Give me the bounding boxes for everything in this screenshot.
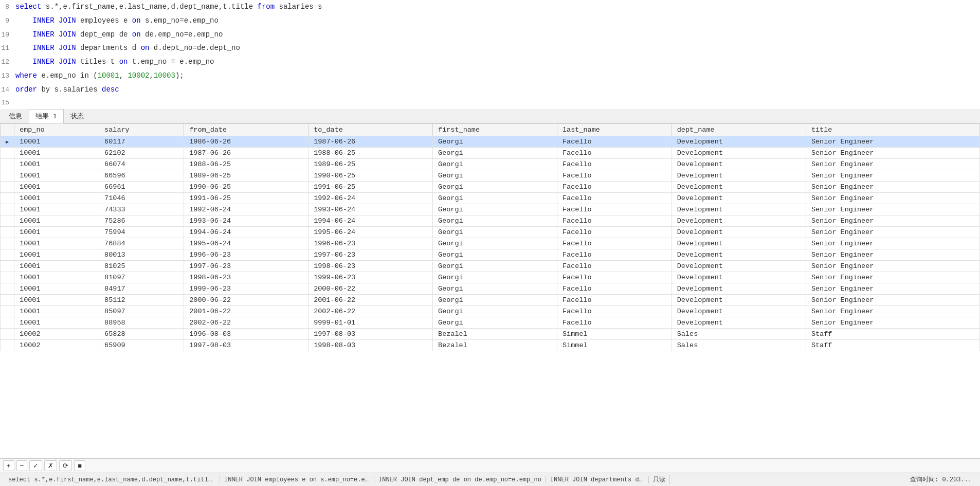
table-row[interactable]: 10001752861993-06-241994-06-24GeorgiFace… — [1, 215, 980, 227]
table-cell: Simmel — [557, 329, 672, 340]
row-indicator — [1, 340, 14, 351]
status-query-time: 查询时间: 0.203... — [906, 475, 976, 484]
code-token: by s.salaries — [37, 85, 102, 94]
table-cell: Bezalel — [433, 329, 557, 340]
tab-item[interactable]: 状态 — [64, 109, 90, 123]
code-token: 10001 — [98, 71, 119, 80]
table-cell: 10001 — [14, 283, 99, 295]
table-cell: Development — [672, 317, 806, 329]
table-cell: Georgi — [433, 148, 557, 159]
table-cell: Development — [672, 215, 806, 227]
check-button[interactable]: ✓ — [29, 460, 42, 471]
code-token: select — [15, 3, 41, 11]
table-row[interactable]: 10001768841995-06-241996-06-23GeorgiFace… — [1, 238, 980, 249]
table-row[interactable]: 10001810971998-06-231999-06-23GeorgiFace… — [1, 272, 980, 283]
cancel-button[interactable]: ✗ — [44, 460, 57, 471]
row-indicator — [1, 329, 14, 340]
results-area[interactable]: emp_nosalaryfrom_dateto_datefirst_namela… — [0, 123, 980, 458]
table-row[interactable]: 10001850972001-06-222002-06-22GeorgiFace… — [1, 306, 980, 317]
table-body: ▶10001601171986-06-261987-06-26GeorgiFac… — [1, 136, 980, 351]
tabs-bar: 信息结果 1状态 — [0, 109, 980, 123]
table-cell: 1997-08-03 — [184, 340, 308, 351]
table-row[interactable]: 10001851122000-06-222001-06-22GeorgiFace… — [1, 295, 980, 306]
table-row[interactable]: 10002659091997-08-031998-08-03BezalelSim… — [1, 340, 980, 351]
table-row[interactable]: 10001810251997-06-231998-06-23GeorgiFace… — [1, 261, 980, 272]
row-indicator — [1, 306, 14, 317]
code-content: INNER JOIN employees e on s.emp_no=e.emp… — [15, 15, 980, 26]
code-token: t.emp_no = e.emp_no — [128, 58, 214, 66]
table-cell: 10001 — [14, 272, 99, 283]
status-segment-4: INNER JOIN departments d c — [546, 476, 649, 483]
row-indicator — [1, 193, 14, 204]
table-cell: 2001-06-22 — [184, 306, 308, 317]
table-cell: Development — [672, 227, 806, 238]
table-cell: 1989-06-25 — [184, 170, 308, 182]
table-cell: 1993-06-24 — [308, 204, 433, 215]
table-cell: 10001 — [14, 148, 99, 159]
table-row[interactable]: 10002658281996-08-031997-08-03BezalelSim… — [1, 329, 980, 340]
table-row[interactable]: 10001665961989-06-251990-06-25GeorgiFace… — [1, 170, 980, 182]
table-cell: 1991-06-25 — [308, 182, 433, 193]
table-row[interactable]: 10001669611990-06-251991-06-25GeorgiFace… — [1, 182, 980, 193]
code-token: ); — [175, 71, 184, 80]
table-row[interactable]: 10001743331992-06-241993-06-24GeorgiFace… — [1, 204, 980, 215]
table-row[interactable]: 10001621021987-06-261988-06-25GeorgiFace… — [1, 148, 980, 159]
code-token: salaries s — [275, 3, 322, 11]
table-row[interactable]: 10001759941994-06-241995-06-24GeorgiFace… — [1, 227, 980, 238]
table-row[interactable]: 10001800131996-06-231997-06-23GeorgiFace… — [1, 249, 980, 261]
row-indicator: ▶ — [1, 136, 14, 148]
table-cell: Development — [672, 283, 806, 295]
tabs-container: 信息结果 1状态 — [2, 109, 90, 123]
table-cell: Georgi — [433, 295, 557, 306]
tab-item[interactable]: 信息 — [2, 109, 29, 123]
table-cell: Development — [672, 193, 806, 204]
table-cell: 1991-06-25 — [184, 193, 308, 204]
table-row[interactable]: 10001849171999-06-232000-06-22GeorgiFace… — [1, 283, 980, 295]
code-token: titles t — [76, 58, 119, 66]
table-row[interactable]: ▶10001601171986-06-261987-06-26GeorgiFac… — [1, 136, 980, 148]
table-cell: 1993-06-24 — [184, 215, 308, 227]
table-row[interactable]: 10001710461991-06-251992-06-24GeorgiFace… — [1, 193, 980, 204]
table-cell: 10001 — [14, 193, 99, 204]
refresh-button[interactable]: ⟳ — [59, 460, 72, 471]
column-header: salary — [99, 124, 184, 136]
table-cell: Georgi — [433, 238, 557, 249]
table-cell: Facello — [557, 148, 672, 159]
row-indicator — [1, 283, 14, 295]
table-row[interactable]: 10001889582002-06-229999-01-01GeorgiFace… — [1, 317, 980, 329]
line-number: 9 — [0, 16, 15, 27]
table-cell: 66961 — [99, 182, 184, 193]
status-segment-1: select s.*,e.first_name,e.last_name,d.de… — [4, 476, 220, 483]
table-cell: Georgi — [433, 261, 557, 272]
table-cell: Development — [672, 159, 806, 170]
table-cell: 10001 — [14, 249, 99, 261]
stop-button[interactable]: ■ — [74, 460, 85, 471]
table-cell: 1986-06-26 — [184, 136, 308, 148]
table-cell: 10001 — [14, 182, 99, 193]
code-token: 10003 — [154, 71, 175, 80]
editor-lines: 8select s.*,e.first_name,e.last_name,d.d… — [0, 0, 980, 109]
table-cell: Senior Engineer — [806, 283, 979, 295]
table-cell: Bezalel — [433, 340, 557, 351]
column-header: from_date — [184, 124, 308, 136]
table-cell: 75286 — [99, 215, 184, 227]
tab-item[interactable]: 结果 1 — [29, 109, 64, 123]
row-indicator-header — [1, 124, 14, 136]
column-header: to_date — [308, 124, 433, 136]
table-cell: 1990-06-25 — [308, 170, 433, 182]
code-token: on — [141, 44, 150, 52]
table-row[interactable]: 10001660741988-06-251989-06-25GeorgiFace… — [1, 159, 980, 170]
table-cell: Senior Engineer — [806, 261, 979, 272]
remove-row-button[interactable]: − — [16, 460, 28, 471]
table-cell: Georgi — [433, 159, 557, 170]
table-cell: 85112 — [99, 295, 184, 306]
table-cell: Development — [672, 249, 806, 261]
code-line: 13where e.emp_no in (10001, 10002,10003)… — [0, 69, 980, 83]
table-cell: Staff — [806, 340, 979, 351]
status-segment-2: INNER JOIN employees e on s.emp_no=e.emp… — [220, 476, 374, 483]
code-content: INNER JOIN titles t on t.emp_no = e.emp_… — [15, 56, 980, 67]
table-cell: Senior Engineer — [806, 295, 979, 306]
table-cell: 1988-06-25 — [184, 159, 308, 170]
add-row-button[interactable]: + — [3, 460, 14, 471]
table-cell: 80013 — [99, 249, 184, 261]
